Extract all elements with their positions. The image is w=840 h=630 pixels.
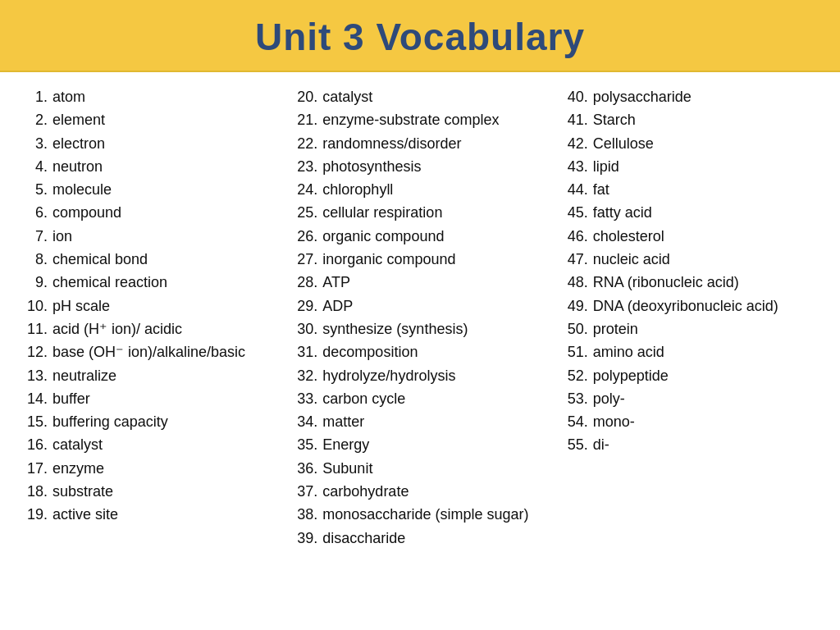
vocab-number: 38. <box>293 504 322 524</box>
vocab-number: 14. <box>23 389 52 409</box>
column-2: 20.catalyst21.enzyme-substrate complex22… <box>285 87 555 622</box>
vocab-number: 22. <box>293 134 322 153</box>
vocab-number: 29. <box>293 296 322 316</box>
list-item: 27.inorganic compound <box>293 249 546 269</box>
list-item: 26.organic compound <box>293 226 546 246</box>
page-title: Unit 3 Vocabulary <box>0 0 840 72</box>
list-item: 8.chemical bond <box>23 249 276 269</box>
vocab-number: 46. <box>564 226 593 246</box>
list-item: 45.fatty acid <box>564 203 817 222</box>
vocab-term: enzyme-substrate complex <box>322 110 546 130</box>
vocab-number: 49. <box>564 296 593 316</box>
list-item: 35.Energy <box>293 435 546 454</box>
vocab-number: 43. <box>564 157 593 176</box>
vocab-number: 6. <box>23 203 52 222</box>
list-item: 9.chemical reaction <box>23 272 276 292</box>
vocab-number: 33. <box>293 389 322 409</box>
vocab-number: 37. <box>293 482 322 501</box>
list-item: 15.buffering capacity <box>23 412 276 431</box>
vocab-number: 5. <box>23 180 52 199</box>
vocab-term: photosynthesis <box>322 157 546 176</box>
list-item: 12.base (OH⁻ ion)/alkaline/basic <box>23 342 276 362</box>
vocab-term: carbon cycle <box>322 389 546 409</box>
list-item: 24.chlorophyll <box>293 180 546 199</box>
vocab-term: Cellulose <box>593 134 817 153</box>
list-item: 21.enzyme-substrate complex <box>293 110 546 130</box>
vocab-number: 24. <box>293 180 322 199</box>
vocab-term: di- <box>593 435 817 454</box>
vocab-term: chlorophyll <box>322 180 546 199</box>
list-item: 4.neutron <box>23 157 276 176</box>
vocab-term: fatty acid <box>593 203 817 222</box>
vocab-number: 4. <box>23 157 52 176</box>
vocab-number: 34. <box>293 412 322 431</box>
list-item: 47.nucleic acid <box>564 249 817 269</box>
vocab-term: randomness/disorder <box>322 134 546 153</box>
vocab-term: catalyst <box>322 87 546 107</box>
vocab-number: 23. <box>293 157 322 176</box>
list-item: 3.electron <box>23 134 276 153</box>
vocab-number: 50. <box>564 319 593 339</box>
vocab-number: 2. <box>23 110 52 130</box>
vocab-number: 35. <box>293 435 322 454</box>
vocab-number: 26. <box>293 226 322 246</box>
list-item: 11.acid (H⁺ ion)/ acidic <box>23 319 276 339</box>
list-item: 18.substrate <box>23 482 276 501</box>
vocab-term: DNA (deoxyribonucleic acid) <box>593 296 817 316</box>
list-item: 6.compound <box>23 203 276 222</box>
vocab-number: 21. <box>293 110 322 130</box>
list-item: 5.molecule <box>23 180 276 199</box>
vocab-term: organic compound <box>322 226 546 246</box>
vocab-number: 7. <box>23 226 52 246</box>
vocab-number: 31. <box>293 342 322 362</box>
list-item: 43.lipid <box>564 157 817 176</box>
vocab-term: ADP <box>322 296 546 316</box>
vocab-number: 15. <box>23 412 52 431</box>
vocab-term: ion <box>52 226 276 246</box>
vocab-term: inorganic compound <box>322 249 546 269</box>
list-item: 22.randomness/disorder <box>293 134 546 153</box>
vocab-term: chemical bond <box>52 249 276 269</box>
vocab-term: nucleic acid <box>593 249 817 269</box>
vocab-number: 28. <box>293 272 322 292</box>
vocab-number: 44. <box>564 180 593 199</box>
vocab-number: 52. <box>564 366 593 386</box>
vocab-number: 51. <box>564 342 593 362</box>
vocab-term: polysaccharide <box>593 87 817 107</box>
vocab-number: 40. <box>564 87 593 107</box>
vocab-term: compound <box>52 203 276 222</box>
vocab-term: active site <box>52 504 276 524</box>
vocab-term: decomposition <box>322 342 546 362</box>
list-item: 31.decomposition <box>293 342 546 362</box>
vocab-number: 16. <box>23 435 52 454</box>
list-item: 30.synthesize (synthesis) <box>293 319 546 339</box>
vocab-term: poly- <box>593 389 817 409</box>
vocab-number: 41. <box>564 110 593 130</box>
list-item: 54.mono- <box>564 412 817 431</box>
vocab-number: 27. <box>293 249 322 269</box>
list-item: 20.catalyst <box>293 87 546 107</box>
vocab-number: 11. <box>23 319 52 339</box>
vocab-number: 12. <box>23 342 52 362</box>
vocab-number: 39. <box>293 528 322 548</box>
list-item: 37.carbohydrate <box>293 482 546 501</box>
vocab-term: cholesterol <box>593 226 817 246</box>
vocab-number: 53. <box>564 389 593 409</box>
vocab-number: 47. <box>564 249 593 269</box>
list-item: 39.disaccharide <box>293 528 546 548</box>
list-item: 1.atom <box>23 87 276 107</box>
vocab-number: 25. <box>293 203 322 222</box>
vocab-number: 20. <box>293 87 322 107</box>
vocab-term: buffering capacity <box>52 412 276 431</box>
list-item: 53.poly- <box>564 389 817 409</box>
list-item: 33.carbon cycle <box>293 389 546 409</box>
list-item: 23.photosynthesis <box>293 157 546 176</box>
vocab-term: matter <box>322 412 546 431</box>
list-item: 34.matter <box>293 412 546 431</box>
list-item: 10.pH scale <box>23 296 276 316</box>
list-item: 44.fat <box>564 180 817 199</box>
list-item: 36.Subunit <box>293 459 546 478</box>
vocab-term: catalyst <box>52 435 276 454</box>
vocab-number: 36. <box>293 459 322 478</box>
vocab-term: ATP <box>322 272 546 292</box>
